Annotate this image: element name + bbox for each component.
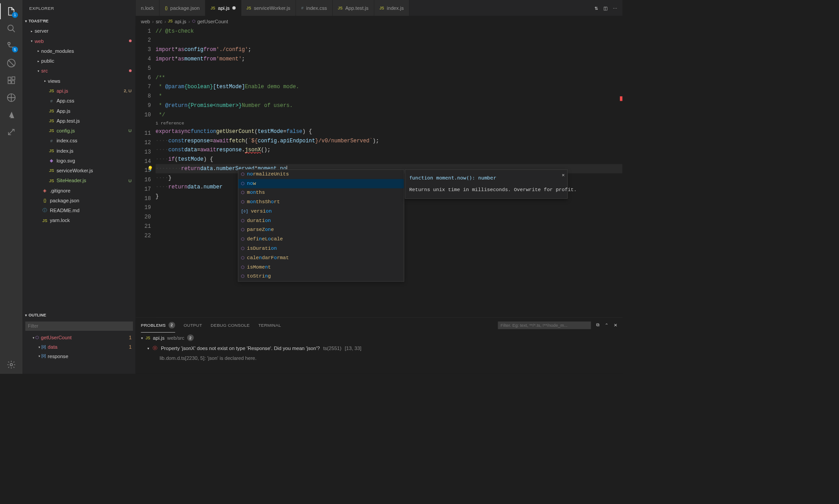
suggest-item[interactable]: ⬡duration — [238, 216, 404, 226]
folder-row[interactable]: ▸node_modules — [22, 46, 135, 56]
badge: 5 — [12, 47, 18, 52]
activity-scm-icon[interactable]: 5 — [3, 38, 19, 54]
outline-header[interactable]: ▾OUTLINE — [22, 310, 135, 320]
suggest-item[interactable]: ⬡calendarFormat — [238, 253, 404, 263]
activity-explorer-icon[interactable]: 1 — [3, 3, 19, 19]
file-row[interactable]: ◈.gitignore — [22, 185, 135, 195]
activity-liveshare-icon[interactable] — [3, 124, 19, 141]
editor-tab[interactable]: {}package.json — [159, 0, 205, 16]
file-row[interactable]: JSApp.js — [22, 106, 135, 115]
panel-collapse-icon[interactable]: ⧉ — [596, 322, 599, 328]
folder-row[interactable]: ▾src — [22, 66, 135, 76]
lightbulb-icon[interactable]: 💡 — [147, 164, 153, 174]
panel-close-icon[interactable]: ✕ — [614, 323, 617, 328]
activity-debug-icon[interactable] — [3, 55, 19, 71]
suggest-item[interactable]: ⬡isDuration — [238, 244, 404, 253]
suggest-item[interactable]: ⬡defineLocale — [238, 235, 404, 244]
panel-maximize-icon[interactable]: ⌃ — [605, 323, 608, 328]
editor-tab[interactable]: JSserviceWorker.js — [241, 0, 296, 16]
activity-bar: 1 5 — [0, 0, 22, 374]
svg-rect-5 — [8, 81, 11, 83]
suggest-item[interactable]: ⬡monthsShort — [238, 197, 404, 207]
codelens[interactable]: 1 reference — [155, 120, 623, 127]
outline-item[interactable]: ▾⬡getUserCount1 — [22, 333, 135, 342]
file-row[interactable]: {}package.json — [22, 195, 135, 205]
problems-file-row[interactable]: ▾JS api.js web/src 2 — [141, 333, 617, 343]
tab-output[interactable]: OUTPUT — [184, 323, 202, 328]
folder-row[interactable]: ▸server — [22, 26, 135, 36]
activity-settings-icon[interactable] — [3, 357, 19, 373]
file-row[interactable]: #App.css — [22, 96, 135, 106]
file-row[interactable]: JSapi.js2, U — [22, 85, 135, 95]
intellisense-suggest[interactable]: ⬡normalizeUnits⬡now⬡months⬡monthsShort[◊… — [238, 169, 404, 282]
suggest-item[interactable]: ⬡isMoment — [238, 263, 404, 272]
error-icon: ⓧ — [153, 345, 157, 351]
sidebar-title: EXPLORER — [22, 0, 135, 16]
file-row[interactable]: JSApp.test.js — [22, 115, 135, 125]
folder-row[interactable]: ▸public — [22, 56, 135, 66]
file-row[interactable]: ⓘREADME.md — [22, 205, 135, 215]
problems-filter-input[interactable] — [498, 321, 591, 329]
file-row[interactable]: #index.css — [22, 136, 135, 145]
suggest-item[interactable]: ⬡now — [238, 179, 404, 188]
folder-row[interactable]: ▾web — [22, 36, 135, 46]
suggest-item[interactable]: ⬡parseZone — [238, 226, 404, 235]
js-icon: JS — [168, 19, 172, 23]
close-icon[interactable]: × — [562, 171, 565, 180]
outline-item[interactable]: ▾[◊]response — [22, 351, 135, 361]
js-icon: JS — [146, 335, 150, 340]
folder-row[interactable]: ▸views — [22, 76, 135, 85]
file-tree: ▸server▾web▸node_modules▸public▾src▸view… — [22, 26, 135, 225]
svg-point-1 — [8, 43, 10, 45]
project-header[interactable]: ▾TOAST'RE — [22, 16, 135, 26]
activity-azure-icon[interactable] — [3, 107, 19, 123]
svg-rect-4 — [8, 77, 11, 80]
editor-tab[interactable]: JSApp.test.js — [332, 0, 374, 16]
bottom-panel: PROBLEMS2 OUTPUT DEBUG CONSOLE TERMINAL … — [136, 317, 623, 374]
svg-rect-7 — [12, 77, 15, 80]
compare-icon[interactable]: ⇅ — [594, 5, 598, 10]
code-editor[interactable]: 12345678910 111213141516171819202122 // … — [136, 26, 623, 317]
sidebar: EXPLORER ▾TOAST'RE ▸server▾web▸node_modu… — [22, 0, 135, 374]
tab-debug-console[interactable]: DEBUG CONSOLE — [211, 323, 250, 328]
more-icon[interactable]: ⋯ — [613, 5, 617, 10]
editor-tab[interactable]: #index.css — [296, 0, 333, 16]
problems-error-row[interactable]: ▾ ⓧ Property 'jsonX' does not exist on t… — [141, 343, 617, 353]
suggest-item[interactable]: [◊]version — [238, 207, 404, 216]
split-editor-icon[interactable]: ◫ — [603, 5, 607, 10]
problems-related-row[interactable]: lib.dom.d.ts[2230, 5]: 'json' is declare… — [141, 353, 617, 363]
tab-problems[interactable]: PROBLEMS2 — [141, 322, 175, 329]
suggest-detail: ×function moment.now(): numberReturns un… — [405, 169, 568, 198]
editor-tab[interactable]: JSindex.js — [374, 0, 409, 16]
suggest-item[interactable]: ⬡months — [238, 188, 404, 198]
outline-item[interactable]: ▾[◊]data1 — [22, 342, 135, 351]
activity-remote-icon[interactable] — [3, 90, 19, 106]
breadcrumb[interactable]: web› src› JSapi.js› ⬡getUserCount — [136, 16, 623, 27]
file-row[interactable]: JSserviceWorker.js — [22, 166, 135, 175]
svg-rect-6 — [12, 81, 14, 83]
minimap-error-marker[interactable] — [620, 96, 623, 101]
suggest-item[interactable]: ⬡toString — [238, 272, 404, 282]
file-row[interactable]: JSyarn.lock — [22, 215, 135, 225]
tab-terminal[interactable]: TERMINAL — [258, 323, 281, 328]
file-row[interactable]: JSindex.js — [22, 145, 135, 155]
file-row[interactable]: JSconfig.jsU — [22, 125, 135, 135]
editor-tab[interactable]: n.lock — [136, 0, 160, 16]
activity-extensions-icon[interactable] — [3, 73, 19, 89]
file-row[interactable]: JSSiteHeader.jsU — [22, 175, 135, 185]
outline-tree: ▾⬡getUserCount1▾[◊]data1▾[◊]response — [22, 333, 135, 360]
suggest-item[interactable]: ⬡normalizeUnits — [238, 170, 404, 179]
svg-point-9 — [10, 363, 13, 366]
editor-tab[interactable]: JSapi.js — [205, 0, 241, 16]
outline-filter-input[interactable] — [25, 321, 133, 331]
file-row[interactable]: ◆logo.svg — [22, 155, 135, 165]
badge: 1 — [12, 12, 18, 18]
tab-bar: n.lock{}package.jsonJSapi.jsJSserviceWor… — [136, 0, 623, 16]
svg-point-0 — [8, 25, 13, 30]
method-icon: ⬡ — [192, 19, 195, 24]
activity-search-icon[interactable] — [3, 21, 19, 37]
